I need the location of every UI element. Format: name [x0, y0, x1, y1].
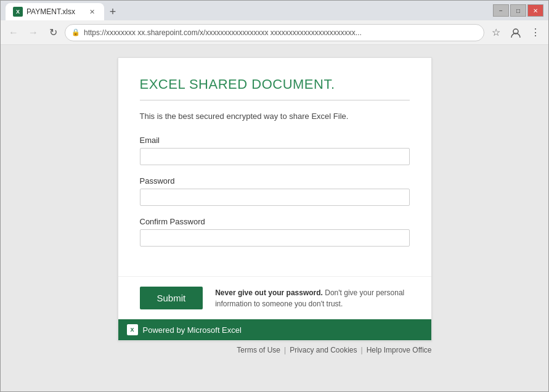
excel-logo-text: X [130, 327, 134, 333]
confirm-password-group: Confirm Password [140, 217, 410, 247]
address-text: https://xxxxxxxx xx.sharepoint.com/x/xxx… [84, 28, 478, 37]
email-input[interactable] [140, 148, 410, 165]
tab-bar: PAYMENT.xlsx ✕ + [6, 1, 488, 20]
main-card: EXCEL SHARED DOCUMENT. This is the best … [118, 57, 432, 341]
new-tab-button[interactable]: + [104, 3, 121, 20]
excel-logo: X [127, 324, 138, 335]
warning-bold: Never give out your password. [215, 288, 323, 297]
maximize-button[interactable]: □ [510, 4, 526, 17]
lock-icon: 🔒 [71, 28, 80, 36]
email-label: Email [140, 136, 410, 145]
document-title: EXCEL SHARED DOCUMENT. [140, 76, 410, 92]
password-group: Password [140, 176, 410, 206]
password-input[interactable] [140, 189, 410, 206]
powered-label: Powered by Microsoft Excel [143, 325, 242, 335]
tab-title: PAYMENT.xlsx [26, 7, 83, 16]
sep1: | [284, 346, 286, 354]
card-body: EXCEL SHARED DOCUMENT. This is the best … [118, 58, 431, 276]
card-footer: Submit Never give out your password. Don… [118, 276, 431, 319]
tab-favicon [13, 7, 23, 17]
bookmark-button[interactable]: ☆ [488, 25, 504, 41]
minimize-button[interactable]: − [493, 4, 509, 17]
warning-text: Never give out your password. Don't give… [215, 287, 409, 309]
tab-close-button[interactable]: ✕ [87, 7, 97, 17]
help-link[interactable]: Help Improve Office [367, 346, 432, 354]
address-bar[interactable]: 🔒 https://xxxxxxxx xx.sharepoint.com/x/x… [65, 24, 484, 41]
confirm-password-input[interactable] [140, 229, 410, 247]
sep2: | [361, 346, 363, 354]
privacy-link[interactable]: Privacy and Cookies [290, 346, 357, 354]
menu-button[interactable]: ⋮ [527, 25, 543, 41]
title-bar: PAYMENT.xlsx ✕ + − □ ✕ [1, 1, 548, 20]
email-group: Email [140, 136, 410, 165]
forward-button[interactable]: → [25, 25, 41, 41]
nav-bar: ← → ↻ 🔒 https://xxxxxxxx xx.sharepoint.c… [1, 20, 548, 45]
password-label: Password [140, 176, 410, 186]
refresh-button[interactable]: ↻ [45, 25, 61, 41]
footer-links: Terms of Use | Privacy and Cookies | Hel… [118, 341, 432, 356]
page-content: EXCEL SHARED DOCUMENT. This is the best … [1, 45, 548, 391]
browser-window: PAYMENT.xlsx ✕ + − □ ✕ ← → ↻ 🔒 https://x… [0, 0, 549, 392]
account-button[interactable] [508, 25, 524, 41]
terms-link[interactable]: Terms of Use [237, 346, 280, 354]
account-icon [510, 27, 521, 38]
submit-button[interactable]: Submit [140, 287, 203, 309]
powered-bar: X Powered by Microsoft Excel [118, 319, 431, 340]
window-controls: − □ ✕ [493, 4, 543, 17]
confirm-password-label: Confirm Password [140, 217, 410, 226]
title-divider [140, 100, 410, 100]
active-tab[interactable]: PAYMENT.xlsx ✕ [6, 3, 104, 20]
close-button[interactable]: ✕ [527, 4, 543, 17]
document-description: This is the best secured encrypted way t… [140, 112, 410, 121]
back-button[interactable]: ← [6, 25, 22, 41]
